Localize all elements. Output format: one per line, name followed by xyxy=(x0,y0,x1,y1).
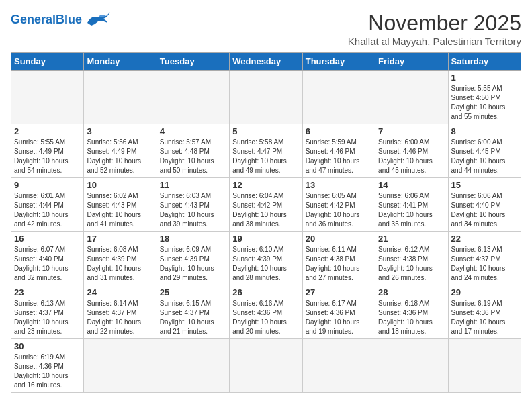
day-header-saturday: Saturday xyxy=(448,53,521,71)
day-number: 13 xyxy=(306,180,372,190)
calendar-cell: 16Sunrise: 6:07 AM Sunset: 4:40 PM Dayli… xyxy=(11,232,84,285)
day-number: 2 xyxy=(14,126,81,136)
calendar-cell: 12Sunrise: 6:04 AM Sunset: 4:42 PM Dayli… xyxy=(230,178,302,232)
calendar-cell: 30Sunrise: 6:19 AM Sunset: 4:36 PM Dayli… xyxy=(11,339,84,393)
calendar-cell: 11Sunrise: 6:03 AM Sunset: 4:43 PM Dayli… xyxy=(157,178,229,232)
day-number: 4 xyxy=(160,126,226,136)
day-number: 12 xyxy=(232,180,299,190)
month-title: November 2025 xyxy=(348,11,521,36)
day-header-thursday: Thursday xyxy=(302,53,375,71)
calendar-cell: 28Sunrise: 6:18 AM Sunset: 4:36 PM Dayli… xyxy=(375,285,448,339)
calendar-cell: 9Sunrise: 6:01 AM Sunset: 4:44 PM Daylig… xyxy=(11,178,84,232)
day-info: Sunrise: 6:19 AM Sunset: 4:36 PM Dayligh… xyxy=(14,353,81,390)
week-row-1: 1Sunrise: 5:55 AM Sunset: 4:50 PM Daylig… xyxy=(11,71,521,124)
logo-blue: Blue xyxy=(56,13,82,26)
day-number: 5 xyxy=(232,126,299,136)
day-info: Sunrise: 6:19 AM Sunset: 4:36 PM Dayligh… xyxy=(451,299,518,336)
day-number: 21 xyxy=(378,234,445,244)
day-info: Sunrise: 6:18 AM Sunset: 4:36 PM Dayligh… xyxy=(378,299,445,336)
day-info: Sunrise: 5:57 AM Sunset: 4:48 PM Dayligh… xyxy=(160,138,226,175)
day-number: 6 xyxy=(306,126,372,136)
calendar-cell: 20Sunrise: 6:11 AM Sunset: 4:38 PM Dayli… xyxy=(302,232,375,285)
calendar-cell xyxy=(302,71,375,124)
calendar-cell: 8Sunrise: 6:00 AM Sunset: 4:45 PM Daylig… xyxy=(448,124,521,178)
calendar-cell: 18Sunrise: 6:09 AM Sunset: 4:39 PM Dayli… xyxy=(157,232,229,285)
calendar-cell: 14Sunrise: 6:06 AM Sunset: 4:41 PM Dayli… xyxy=(375,178,448,232)
day-info: Sunrise: 6:13 AM Sunset: 4:37 PM Dayligh… xyxy=(14,299,81,336)
day-header-tuesday: Tuesday xyxy=(157,53,229,71)
day-info: Sunrise: 5:59 AM Sunset: 4:46 PM Dayligh… xyxy=(306,138,372,175)
logo: GeneralBlue xyxy=(11,11,112,28)
calendar-cell: 2Sunrise: 5:55 AM Sunset: 4:49 PM Daylig… xyxy=(11,124,84,178)
day-info: Sunrise: 6:00 AM Sunset: 4:46 PM Dayligh… xyxy=(378,138,445,175)
calendar-cell: 13Sunrise: 6:05 AM Sunset: 4:42 PM Dayli… xyxy=(302,178,375,232)
day-number: 22 xyxy=(451,234,518,244)
day-info: Sunrise: 5:55 AM Sunset: 4:50 PM Dayligh… xyxy=(451,84,518,122)
calendar-cell: 17Sunrise: 6:08 AM Sunset: 4:39 PM Dayli… xyxy=(84,232,157,285)
logo-bird-icon xyxy=(86,11,112,28)
day-info: Sunrise: 6:00 AM Sunset: 4:45 PM Dayligh… xyxy=(451,138,518,175)
day-info: Sunrise: 6:17 AM Sunset: 4:36 PM Dayligh… xyxy=(306,299,372,336)
day-info: Sunrise: 6:11 AM Sunset: 4:38 PM Dayligh… xyxy=(306,245,372,283)
calendar-cell: 1Sunrise: 5:55 AM Sunset: 4:50 PM Daylig… xyxy=(448,71,521,124)
calendar-cell xyxy=(302,339,375,393)
day-number: 1 xyxy=(451,73,518,83)
day-info: Sunrise: 6:02 AM Sunset: 4:43 PM Dayligh… xyxy=(87,191,153,229)
calendar-cell: 15Sunrise: 6:06 AM Sunset: 4:40 PM Dayli… xyxy=(448,178,521,232)
calendar-cell: 5Sunrise: 5:58 AM Sunset: 4:47 PM Daylig… xyxy=(230,124,302,178)
day-number: 15 xyxy=(451,180,518,190)
calendar-cell xyxy=(84,71,157,124)
title-block: November 2025 Khallat al Mayyah, Palesti… xyxy=(348,11,521,47)
day-number: 29 xyxy=(451,287,518,298)
day-header-sunday: Sunday xyxy=(11,53,84,71)
day-number: 25 xyxy=(160,287,226,298)
calendar-header-row: SundayMondayTuesdayWednesdayThursdayFrid… xyxy=(11,53,521,71)
day-info: Sunrise: 6:12 AM Sunset: 4:38 PM Dayligh… xyxy=(378,245,445,283)
calendar-cell: 3Sunrise: 5:56 AM Sunset: 4:49 PM Daylig… xyxy=(84,124,157,178)
day-info: Sunrise: 6:08 AM Sunset: 4:39 PM Dayligh… xyxy=(87,245,153,283)
day-info: Sunrise: 5:55 AM Sunset: 4:49 PM Dayligh… xyxy=(14,138,81,175)
calendar-cell: 27Sunrise: 6:17 AM Sunset: 4:36 PM Dayli… xyxy=(302,285,375,339)
calendar-cell xyxy=(230,339,302,393)
calendar-cell xyxy=(375,339,448,393)
calendar-cell xyxy=(84,339,157,393)
week-row-5: 23Sunrise: 6:13 AM Sunset: 4:37 PM Dayli… xyxy=(11,285,521,339)
calendar-cell xyxy=(230,71,302,124)
day-info: Sunrise: 6:15 AM Sunset: 4:37 PM Dayligh… xyxy=(160,299,226,336)
day-number: 9 xyxy=(14,180,81,190)
day-number: 20 xyxy=(306,234,372,244)
logo-text: GeneralBlue xyxy=(11,13,82,26)
calendar-cell: 23Sunrise: 6:13 AM Sunset: 4:37 PM Dayli… xyxy=(11,285,84,339)
day-info: Sunrise: 5:58 AM Sunset: 4:47 PM Dayligh… xyxy=(232,138,299,175)
day-number: 3 xyxy=(87,126,153,136)
calendar-cell: 26Sunrise: 6:16 AM Sunset: 4:36 PM Dayli… xyxy=(230,285,302,339)
week-row-3: 9Sunrise: 6:01 AM Sunset: 4:44 PM Daylig… xyxy=(11,178,521,232)
day-number: 11 xyxy=(160,180,226,190)
day-number: 10 xyxy=(87,180,153,190)
day-number: 14 xyxy=(378,180,445,190)
week-row-2: 2Sunrise: 5:55 AM Sunset: 4:49 PM Daylig… xyxy=(11,124,521,178)
day-number: 23 xyxy=(14,287,81,298)
day-number: 7 xyxy=(378,126,445,136)
calendar-cell: 4Sunrise: 5:57 AM Sunset: 4:48 PM Daylig… xyxy=(157,124,229,178)
calendar-cell: 22Sunrise: 6:13 AM Sunset: 4:37 PM Dayli… xyxy=(448,232,521,285)
calendar-cell xyxy=(157,339,229,393)
calendar-cell: 10Sunrise: 6:02 AM Sunset: 4:43 PM Dayli… xyxy=(84,178,157,232)
day-header-wednesday: Wednesday xyxy=(230,53,302,71)
calendar-cell: 21Sunrise: 6:12 AM Sunset: 4:38 PM Dayli… xyxy=(375,232,448,285)
calendar-cell xyxy=(157,71,229,124)
day-number: 17 xyxy=(87,234,153,244)
day-info: Sunrise: 6:14 AM Sunset: 4:37 PM Dayligh… xyxy=(87,299,153,336)
week-row-6: 30Sunrise: 6:19 AM Sunset: 4:36 PM Dayli… xyxy=(11,339,521,393)
day-number: 24 xyxy=(87,287,153,298)
calendar-cell: 7Sunrise: 6:00 AM Sunset: 4:46 PM Daylig… xyxy=(375,124,448,178)
day-number: 28 xyxy=(378,287,445,298)
calendar-cell: 6Sunrise: 5:59 AM Sunset: 4:46 PM Daylig… xyxy=(302,124,375,178)
calendar-cell: 24Sunrise: 6:14 AM Sunset: 4:37 PM Dayli… xyxy=(84,285,157,339)
day-info: Sunrise: 6:06 AM Sunset: 4:41 PM Dayligh… xyxy=(378,191,445,229)
day-info: Sunrise: 6:09 AM Sunset: 4:39 PM Dayligh… xyxy=(160,245,226,283)
day-info: Sunrise: 5:56 AM Sunset: 4:49 PM Dayligh… xyxy=(87,138,153,175)
calendar-cell xyxy=(448,339,521,393)
day-header-friday: Friday xyxy=(375,53,448,71)
day-info: Sunrise: 6:07 AM Sunset: 4:40 PM Dayligh… xyxy=(14,245,81,283)
